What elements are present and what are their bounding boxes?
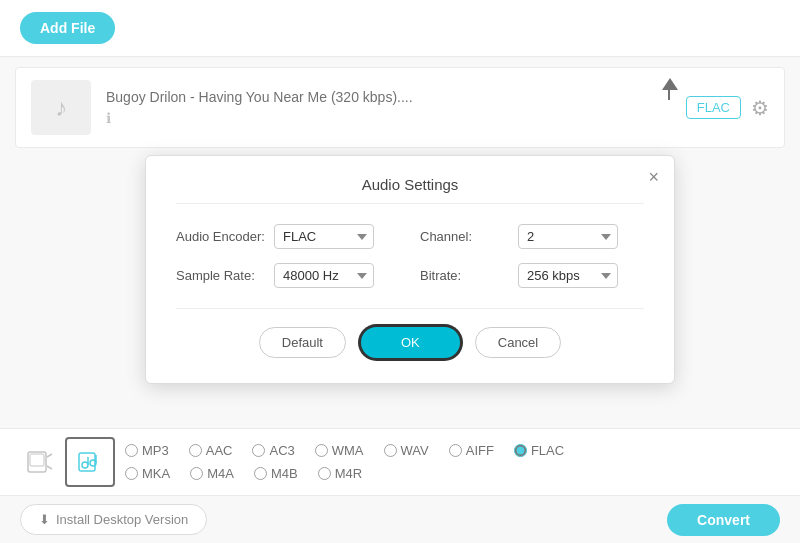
audio-encoder-select[interactable]: FLAC MP3 AAC: [274, 224, 374, 249]
channel-select[interactable]: 2 1: [518, 224, 618, 249]
bitrate-row: Bitrate: 256 kbps 128 kbps 320 kbps: [420, 263, 644, 288]
cancel-button[interactable]: Cancel: [475, 327, 561, 358]
audio-encoder-row: Audio Encoder: FLAC MP3 AAC: [176, 224, 400, 249]
dialog-buttons: Default OK Cancel: [176, 327, 644, 358]
settings-grid: Audio Encoder: FLAC MP3 AAC Channel: 2 1…: [176, 224, 644, 288]
sample-rate-select[interactable]: 48000 Hz 44100 Hz 22050 Hz: [274, 263, 374, 288]
bitrate-label: Bitrate:: [420, 268, 510, 283]
dialog-divider: [176, 308, 644, 309]
close-button[interactable]: ×: [648, 168, 659, 186]
bitrate-select[interactable]: 256 kbps 128 kbps 320 kbps: [518, 263, 618, 288]
default-button[interactable]: Default: [259, 327, 346, 358]
channel-row: Channel: 2 1: [420, 224, 644, 249]
ok-button[interactable]: OK: [361, 327, 460, 358]
dialog-title: Audio Settings: [176, 176, 644, 204]
audio-settings-dialog: × Audio Settings Audio Encoder: FLAC MP3…: [145, 155, 675, 384]
audio-encoder-label: Audio Encoder:: [176, 229, 266, 244]
sample-rate-row: Sample Rate: 48000 Hz 44100 Hz 22050 Hz: [176, 263, 400, 288]
sample-rate-label: Sample Rate:: [176, 268, 266, 283]
channel-label: Channel:: [420, 229, 510, 244]
